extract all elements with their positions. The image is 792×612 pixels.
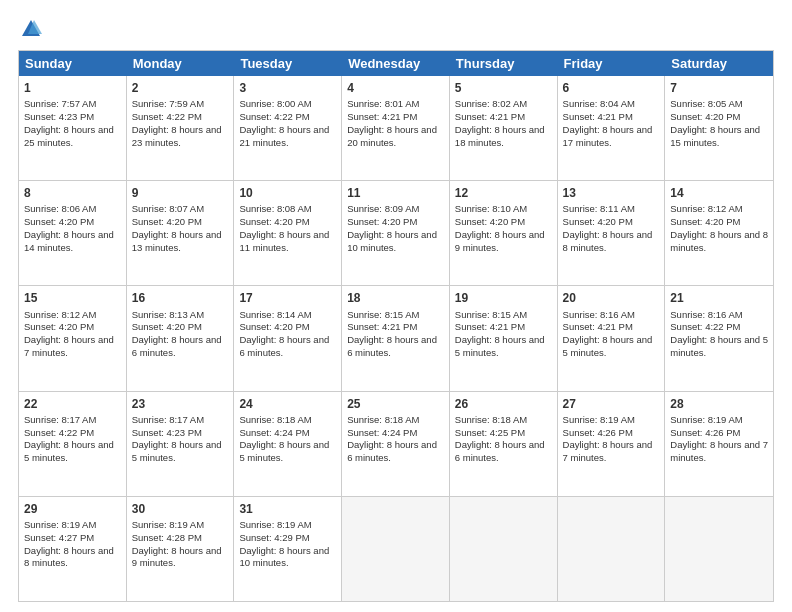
day-cell-20: 20Sunrise: 8:16 AMSunset: 4:21 PMDayligh… bbox=[558, 286, 666, 390]
daylight-text: Daylight: 8 hours and 5 minutes. bbox=[24, 439, 114, 463]
header-day-monday: Monday bbox=[127, 51, 235, 76]
day-cell-11: 11Sunrise: 8:09 AMSunset: 4:20 PMDayligh… bbox=[342, 181, 450, 285]
daylight-text: Daylight: 8 hours and 9 minutes. bbox=[132, 545, 222, 569]
daylight-text: Daylight: 8 hours and 5 minutes. bbox=[239, 439, 329, 463]
daylight-text: Daylight: 8 hours and 6 minutes. bbox=[455, 439, 545, 463]
sunset-text: Sunset: 4:21 PM bbox=[347, 111, 417, 122]
day-cell-16: 16Sunrise: 8:13 AMSunset: 4:20 PMDayligh… bbox=[127, 286, 235, 390]
sunrise-text: Sunrise: 8:10 AM bbox=[455, 203, 527, 214]
day-cell-7: 7Sunrise: 8:05 AMSunset: 4:20 PMDaylight… bbox=[665, 76, 773, 180]
sunset-text: Sunset: 4:20 PM bbox=[239, 216, 309, 227]
sunrise-text: Sunrise: 8:07 AM bbox=[132, 203, 204, 214]
sunrise-text: Sunrise: 8:18 AM bbox=[239, 414, 311, 425]
day-cell-22: 22Sunrise: 8:17 AMSunset: 4:22 PMDayligh… bbox=[19, 392, 127, 496]
sunrise-text: Sunrise: 8:15 AM bbox=[455, 309, 527, 320]
daylight-text: Daylight: 8 hours and 11 minutes. bbox=[239, 229, 329, 253]
sunset-text: Sunset: 4:28 PM bbox=[132, 532, 202, 543]
empty-cell bbox=[450, 497, 558, 601]
day-number: 10 bbox=[239, 185, 336, 201]
sunset-text: Sunset: 4:21 PM bbox=[455, 321, 525, 332]
day-number: 12 bbox=[455, 185, 552, 201]
sunset-text: Sunset: 4:20 PM bbox=[132, 216, 202, 227]
calendar-row-3: 15Sunrise: 8:12 AMSunset: 4:20 PMDayligh… bbox=[19, 286, 773, 391]
day-cell-28: 28Sunrise: 8:19 AMSunset: 4:26 PMDayligh… bbox=[665, 392, 773, 496]
day-number: 23 bbox=[132, 396, 229, 412]
sunset-text: Sunset: 4:20 PM bbox=[670, 111, 740, 122]
day-cell-1: 1Sunrise: 7:57 AMSunset: 4:23 PMDaylight… bbox=[19, 76, 127, 180]
header-day-wednesday: Wednesday bbox=[342, 51, 450, 76]
day-cell-30: 30Sunrise: 8:19 AMSunset: 4:28 PMDayligh… bbox=[127, 497, 235, 601]
day-number: 13 bbox=[563, 185, 660, 201]
day-number: 28 bbox=[670, 396, 768, 412]
sunset-text: Sunset: 4:24 PM bbox=[347, 427, 417, 438]
day-cell-26: 26Sunrise: 8:18 AMSunset: 4:25 PMDayligh… bbox=[450, 392, 558, 496]
sunrise-text: Sunrise: 8:18 AM bbox=[347, 414, 419, 425]
sunrise-text: Sunrise: 8:00 AM bbox=[239, 98, 311, 109]
calendar-row-1: 1Sunrise: 7:57 AMSunset: 4:23 PMDaylight… bbox=[19, 76, 773, 181]
day-number: 22 bbox=[24, 396, 121, 412]
day-number: 15 bbox=[24, 290, 121, 306]
daylight-text: Daylight: 8 hours and 9 minutes. bbox=[455, 229, 545, 253]
day-number: 8 bbox=[24, 185, 121, 201]
day-cell-25: 25Sunrise: 8:18 AMSunset: 4:24 PMDayligh… bbox=[342, 392, 450, 496]
header-day-friday: Friday bbox=[558, 51, 666, 76]
sunset-text: Sunset: 4:23 PM bbox=[24, 111, 94, 122]
day-number: 2 bbox=[132, 80, 229, 96]
daylight-text: Daylight: 8 hours and 21 minutes. bbox=[239, 124, 329, 148]
day-number: 17 bbox=[239, 290, 336, 306]
sunset-text: Sunset: 4:23 PM bbox=[132, 427, 202, 438]
day-number: 24 bbox=[239, 396, 336, 412]
daylight-text: Daylight: 8 hours and 10 minutes. bbox=[347, 229, 437, 253]
page: SundayMondayTuesdayWednesdayThursdayFrid… bbox=[0, 0, 792, 612]
sunset-text: Sunset: 4:20 PM bbox=[24, 216, 94, 227]
calendar-header: SundayMondayTuesdayWednesdayThursdayFrid… bbox=[19, 51, 773, 76]
sunset-text: Sunset: 4:21 PM bbox=[563, 321, 633, 332]
day-number: 20 bbox=[563, 290, 660, 306]
daylight-text: Daylight: 8 hours and 6 minutes. bbox=[239, 334, 329, 358]
calendar-row-5: 29Sunrise: 8:19 AMSunset: 4:27 PMDayligh… bbox=[19, 497, 773, 601]
day-number: 9 bbox=[132, 185, 229, 201]
sunset-text: Sunset: 4:26 PM bbox=[563, 427, 633, 438]
sunrise-text: Sunrise: 8:06 AM bbox=[24, 203, 96, 214]
daylight-text: Daylight: 8 hours and 6 minutes. bbox=[132, 334, 222, 358]
day-number: 5 bbox=[455, 80, 552, 96]
daylight-text: Daylight: 8 hours and 6 minutes. bbox=[347, 334, 437, 358]
sunrise-text: Sunrise: 8:19 AM bbox=[132, 519, 204, 530]
calendar-row-2: 8Sunrise: 8:06 AMSunset: 4:20 PMDaylight… bbox=[19, 181, 773, 286]
sunrise-text: Sunrise: 8:19 AM bbox=[24, 519, 96, 530]
sunset-text: Sunset: 4:20 PM bbox=[24, 321, 94, 332]
sunrise-text: Sunrise: 8:01 AM bbox=[347, 98, 419, 109]
sunrise-text: Sunrise: 7:59 AM bbox=[132, 98, 204, 109]
sunset-text: Sunset: 4:21 PM bbox=[347, 321, 417, 332]
sunrise-text: Sunrise: 8:12 AM bbox=[670, 203, 742, 214]
day-cell-9: 9Sunrise: 8:07 AMSunset: 4:20 PMDaylight… bbox=[127, 181, 235, 285]
day-cell-10: 10Sunrise: 8:08 AMSunset: 4:20 PMDayligh… bbox=[234, 181, 342, 285]
day-number: 4 bbox=[347, 80, 444, 96]
sunrise-text: Sunrise: 7:57 AM bbox=[24, 98, 96, 109]
daylight-text: Daylight: 8 hours and 20 minutes. bbox=[347, 124, 437, 148]
sunset-text: Sunset: 4:20 PM bbox=[347, 216, 417, 227]
header bbox=[18, 18, 774, 40]
calendar: SundayMondayTuesdayWednesdayThursdayFrid… bbox=[18, 50, 774, 602]
day-number: 1 bbox=[24, 80, 121, 96]
daylight-text: Daylight: 8 hours and 13 minutes. bbox=[132, 229, 222, 253]
daylight-text: Daylight: 8 hours and 7 minutes. bbox=[563, 439, 653, 463]
empty-cell bbox=[558, 497, 666, 601]
sunrise-text: Sunrise: 8:14 AM bbox=[239, 309, 311, 320]
sunset-text: Sunset: 4:29 PM bbox=[239, 532, 309, 543]
header-day-saturday: Saturday bbox=[665, 51, 773, 76]
day-number: 11 bbox=[347, 185, 444, 201]
empty-cell bbox=[342, 497, 450, 601]
day-number: 14 bbox=[670, 185, 768, 201]
day-cell-18: 18Sunrise: 8:15 AMSunset: 4:21 PMDayligh… bbox=[342, 286, 450, 390]
day-number: 21 bbox=[670, 290, 768, 306]
sunset-text: Sunset: 4:20 PM bbox=[670, 216, 740, 227]
daylight-text: Daylight: 8 hours and 5 minutes. bbox=[132, 439, 222, 463]
daylight-text: Daylight: 8 hours and 8 minutes. bbox=[670, 229, 768, 253]
daylight-text: Daylight: 8 hours and 7 minutes. bbox=[670, 439, 768, 463]
day-cell-8: 8Sunrise: 8:06 AMSunset: 4:20 PMDaylight… bbox=[19, 181, 127, 285]
sunset-text: Sunset: 4:20 PM bbox=[455, 216, 525, 227]
sunrise-text: Sunrise: 8:15 AM bbox=[347, 309, 419, 320]
sunset-text: Sunset: 4:22 PM bbox=[132, 111, 202, 122]
header-day-thursday: Thursday bbox=[450, 51, 558, 76]
